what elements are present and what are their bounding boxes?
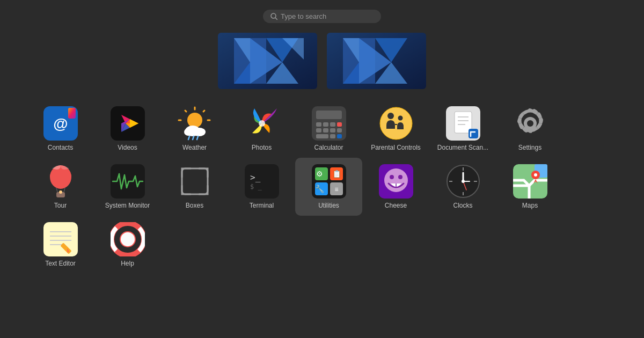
svg-text:📋: 📋 bbox=[332, 170, 341, 179]
svg-line-71 bbox=[64, 188, 65, 192]
svg-rect-49 bbox=[337, 122, 342, 127]
workspace-1[interactable] bbox=[218, 33, 317, 89]
svg-rect-45 bbox=[316, 111, 342, 119]
app-weather[interactable]: Weather bbox=[161, 100, 228, 158]
terminal-label: Terminal bbox=[250, 202, 274, 209]
cheese-label: Cheese bbox=[385, 202, 407, 209]
text-editor-label: Text Editor bbox=[45, 260, 76, 267]
svg-rect-51 bbox=[323, 128, 328, 133]
svg-point-90 bbox=[390, 175, 394, 179]
svg-text:@: @ bbox=[53, 115, 68, 132]
svg-rect-19 bbox=[68, 108, 76, 119]
app-videos[interactable]: Videos bbox=[94, 100, 161, 158]
app-text-editor[interactable]: Text Editor bbox=[27, 216, 94, 274]
svg-point-30 bbox=[187, 113, 202, 128]
videos-label: Videos bbox=[118, 144, 137, 151]
calculator-icon bbox=[312, 106, 346, 141]
utilities-icon: ⚙ 📋 🔧 ≡ bbox=[312, 164, 346, 199]
videos-icon bbox=[111, 106, 145, 141]
svg-text:>_: >_ bbox=[250, 172, 261, 182]
svg-point-68 bbox=[527, 120, 533, 127]
svg-point-37 bbox=[193, 128, 206, 136]
tour-label: Tour bbox=[54, 202, 67, 209]
svg-line-41 bbox=[197, 136, 198, 139]
app-help[interactable]: Help bbox=[94, 216, 161, 274]
app-cheese[interactable]: Cheese bbox=[362, 158, 429, 216]
svg-rect-107 bbox=[43, 222, 78, 256]
boxes-label: Boxes bbox=[186, 202, 203, 209]
apps-grid: @ Contacts Vid bbox=[27, 100, 617, 274]
clocks-label: Clocks bbox=[453, 202, 472, 209]
tour-icon bbox=[43, 164, 78, 199]
help-icon bbox=[111, 222, 145, 256]
svg-point-59 bbox=[398, 116, 402, 121]
svg-text:🔧: 🔧 bbox=[314, 185, 324, 194]
workspaces-container bbox=[218, 33, 426, 89]
svg-rect-52 bbox=[330, 128, 335, 133]
photos-label: Photos bbox=[252, 144, 272, 151]
terminal-icon: >_ $ _ bbox=[245, 164, 279, 199]
svg-rect-46 bbox=[316, 122, 321, 127]
svg-point-0 bbox=[271, 13, 276, 18]
svg-text:≡: ≡ bbox=[334, 186, 338, 193]
app-contacts[interactable]: @ Contacts bbox=[27, 100, 94, 158]
svg-rect-56 bbox=[337, 134, 342, 138]
contacts-label: Contacts bbox=[48, 144, 73, 151]
app-utilities[interactable]: ⚙ 📋 🔧 ≡ Utilities bbox=[295, 158, 362, 216]
utilities-label: Utilities bbox=[318, 202, 339, 209]
settings-icon bbox=[513, 106, 547, 141]
svg-line-32 bbox=[203, 111, 204, 112]
svg-point-106 bbox=[534, 173, 537, 177]
svg-point-91 bbox=[398, 175, 402, 179]
svg-line-70 bbox=[56, 188, 57, 192]
app-system-monitor[interactable]: System Monitor bbox=[94, 158, 161, 216]
app-calculator[interactable]: Calculator bbox=[295, 100, 362, 158]
clocks-icon bbox=[446, 164, 480, 199]
svg-point-73 bbox=[59, 190, 62, 194]
svg-line-35 bbox=[185, 111, 186, 112]
document-scanner-icon bbox=[446, 106, 480, 141]
svg-rect-75 bbox=[182, 168, 208, 194]
app-parental-controls[interactable]: Parental Controls bbox=[362, 100, 429, 158]
svg-point-57 bbox=[380, 107, 412, 139]
maps-label: Maps bbox=[522, 202, 538, 209]
app-settings[interactable]: Settings bbox=[496, 100, 564, 158]
app-terminal[interactable]: >_ $ _ Terminal bbox=[228, 158, 295, 216]
svg-point-89 bbox=[384, 168, 408, 192]
svg-point-117 bbox=[121, 233, 134, 246]
boxes-icon bbox=[178, 164, 212, 199]
search-bar[interactable] bbox=[263, 10, 381, 23]
svg-text:$ _: $ _ bbox=[250, 183, 262, 190]
svg-rect-54 bbox=[316, 134, 328, 138]
svg-rect-66 bbox=[469, 129, 478, 138]
svg-line-1 bbox=[276, 18, 277, 20]
workspace-2[interactable] bbox=[327, 33, 426, 89]
settings-label: Settings bbox=[518, 144, 541, 151]
document-scanner-label: Document Scan... bbox=[437, 144, 488, 151]
app-clocks[interactable]: Clocks bbox=[429, 158, 496, 216]
photos-icon bbox=[245, 106, 279, 141]
weather-icon bbox=[178, 106, 212, 141]
search-input[interactable] bbox=[281, 12, 374, 20]
svg-line-39 bbox=[188, 136, 189, 139]
cheese-icon bbox=[379, 164, 413, 199]
svg-text:⚙: ⚙ bbox=[316, 170, 323, 178]
svg-rect-48 bbox=[330, 122, 335, 127]
svg-line-40 bbox=[193, 136, 194, 139]
svg-point-58 bbox=[387, 113, 394, 119]
help-label: Help bbox=[121, 260, 134, 267]
app-maps[interactable]: Maps bbox=[496, 158, 564, 216]
text-editor-icon bbox=[43, 222, 78, 256]
app-photos[interactable]: Photos bbox=[228, 100, 295, 158]
app-document-scanner[interactable]: Document Scan... bbox=[429, 100, 496, 158]
calculator-label: Calculator bbox=[314, 144, 343, 151]
system-monitor-icon bbox=[111, 164, 145, 199]
svg-rect-50 bbox=[316, 128, 321, 133]
parental-controls-icon bbox=[379, 106, 413, 141]
svg-rect-47 bbox=[323, 122, 328, 127]
contacts-icon: @ bbox=[43, 106, 78, 141]
svg-point-101 bbox=[462, 180, 465, 183]
app-tour[interactable]: Tour bbox=[27, 158, 94, 216]
svg-rect-55 bbox=[330, 134, 335, 138]
app-boxes[interactable]: Boxes bbox=[161, 158, 228, 216]
